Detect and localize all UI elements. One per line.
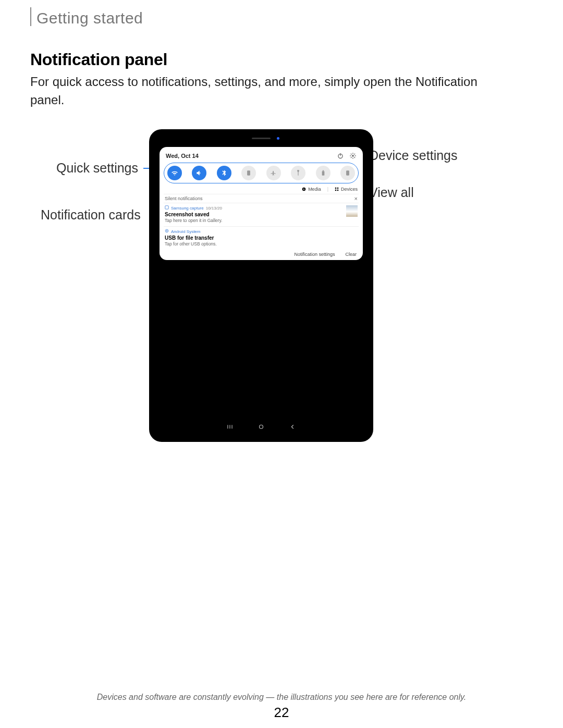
notification-subtitle: Tap here to open it in Gallery. xyxy=(165,218,342,223)
quick-settings-capsule xyxy=(164,163,359,183)
silent-notifications-header: Silent notifications xyxy=(165,196,203,201)
screenshot-thumbnail xyxy=(346,205,358,217)
svg-line-7 xyxy=(351,154,352,155)
svg-line-8 xyxy=(354,157,355,158)
notification-settings-button[interactable]: Notification settings xyxy=(294,252,335,257)
intro-paragraph: For quick access to notifications, setti… xyxy=(30,73,489,109)
earpiece xyxy=(252,138,271,139)
svg-rect-17 xyxy=(337,188,338,189)
notification-card[interactable]: Samsung capture 10/13/20 Screenshot save… xyxy=(164,203,359,226)
rotate-icon[interactable] xyxy=(241,166,256,180)
flashlight-icon[interactable] xyxy=(291,166,305,180)
airplane-icon[interactable] xyxy=(266,166,281,180)
svg-point-22 xyxy=(166,230,167,231)
navigation-bar xyxy=(157,421,365,435)
header-rule xyxy=(30,7,31,26)
svg-rect-20 xyxy=(165,206,168,209)
notification-card[interactable]: Android System USB for file transfer Tap… xyxy=(164,226,359,250)
disclaimer: Devices and software are constantly evol… xyxy=(0,693,563,702)
callout-view-all: View all xyxy=(369,185,414,200)
notification-title: Screenshot saved xyxy=(165,212,342,217)
front-camera xyxy=(277,137,279,140)
wifi-icon[interactable] xyxy=(167,166,182,180)
breadcrumb: Getting started xyxy=(36,9,143,27)
svg-line-10 xyxy=(354,154,355,155)
svg-rect-11 xyxy=(247,170,250,175)
svg-point-28 xyxy=(260,425,263,429)
notification-title: USB for file transfer xyxy=(165,235,358,241)
notification-shade: Wed, Oct 14 xyxy=(160,147,363,260)
app-icon xyxy=(165,205,169,211)
svg-rect-16 xyxy=(335,188,336,189)
callout-notification-cards: Notification cards xyxy=(41,207,141,223)
power-saving-icon[interactable] xyxy=(316,166,331,180)
media-button[interactable]: Media xyxy=(302,187,321,192)
page-heading: Notification panel xyxy=(30,50,167,69)
shade-date: Wed, Oct 14 xyxy=(166,153,199,159)
callout-device-settings: Device settings xyxy=(369,148,458,163)
play-icon xyxy=(302,187,306,191)
svg-rect-12 xyxy=(322,171,324,176)
device-screen: Wed, Oct 14 xyxy=(157,144,365,418)
media-label: Media xyxy=(308,187,321,192)
devices-button[interactable]: Devices xyxy=(335,187,358,192)
notification-app: Samsung capture xyxy=(171,206,204,211)
notification-subtitle: Tap for other USB options. xyxy=(165,241,358,246)
svg-rect-18 xyxy=(335,190,336,191)
bluetooth-icon[interactable] xyxy=(217,166,231,180)
recents-button[interactable] xyxy=(214,423,246,433)
grid-icon xyxy=(335,187,339,191)
power-icon[interactable] xyxy=(337,152,344,159)
device-illustration: Wed, Oct 14 xyxy=(149,129,373,442)
svg-rect-13 xyxy=(322,170,323,171)
callout-quick-settings: Quick settings xyxy=(56,161,138,176)
home-button[interactable] xyxy=(246,423,277,433)
gear-icon[interactable] xyxy=(349,152,357,159)
svg-rect-19 xyxy=(337,190,338,191)
svg-line-9 xyxy=(351,157,352,158)
page-number: 22 xyxy=(0,705,563,721)
close-icon[interactable]: × xyxy=(354,195,358,202)
svg-rect-14 xyxy=(346,170,349,175)
sound-icon[interactable] xyxy=(192,166,206,180)
back-button[interactable] xyxy=(277,423,308,433)
notification-app: Android System xyxy=(171,229,200,234)
app-icon xyxy=(165,229,169,234)
figure-area: Quick settings Notification cards Device… xyxy=(30,129,531,452)
clear-button[interactable]: Clear xyxy=(345,252,357,257)
notification-time: 10/13/20 xyxy=(206,206,222,211)
mobile-data-icon[interactable] xyxy=(340,166,355,180)
svg-point-2 xyxy=(352,155,354,157)
devices-label: Devices xyxy=(341,187,358,192)
